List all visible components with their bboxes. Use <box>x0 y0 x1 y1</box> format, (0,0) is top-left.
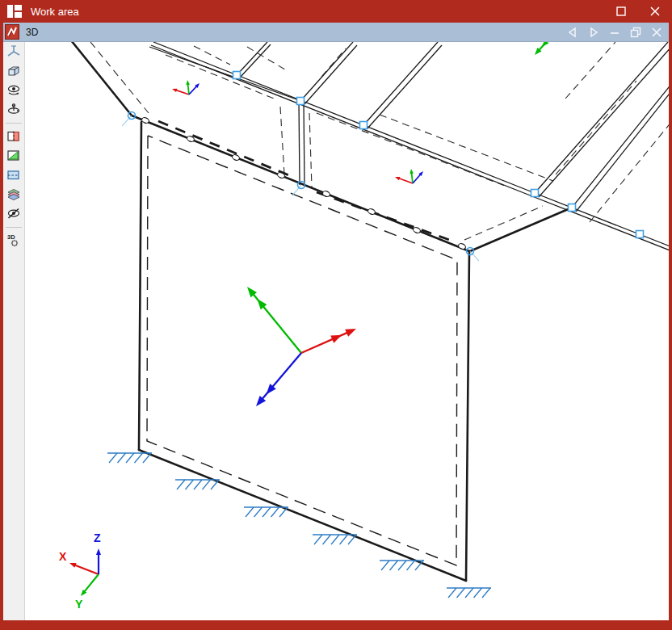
model-line[interactable] <box>240 44 271 78</box>
model-line[interactable] <box>368 45 442 128</box>
layers-icon <box>6 187 21 202</box>
maximize-icon <box>616 6 626 16</box>
node-markers[interactable] <box>122 72 644 262</box>
model-line[interactable] <box>363 42 438 125</box>
support-hatch <box>465 588 473 598</box>
cube-icon <box>6 64 21 78</box>
model-line[interactable] <box>194 46 230 65</box>
model-line[interactable] <box>237 42 267 75</box>
model-lines[interactable] <box>71 42 669 581</box>
support-hatch <box>135 453 143 463</box>
axes-triad <box>247 287 356 406</box>
model-line[interactable] <box>317 113 509 187</box>
close-icon <box>650 6 660 16</box>
support-hatch <box>246 507 254 517</box>
support-hatch <box>118 453 126 463</box>
eye-off-icon <box>6 207 21 221</box>
node-marker-square[interactable] <box>531 190 539 197</box>
node-marker-square[interactable] <box>233 72 241 79</box>
model-line[interactable] <box>464 206 543 240</box>
support-hatch <box>398 561 406 570</box>
line-hinge-symbol[interactable] <box>232 153 241 161</box>
axis-label-z: Z <box>94 531 101 544</box>
view-title: 3D <box>26 27 38 38</box>
model-line[interactable] <box>299 101 300 185</box>
minimize-view-button[interactable] <box>604 23 625 41</box>
node-tick <box>122 116 132 126</box>
node-marker-square[interactable] <box>569 204 576 212</box>
window-controls <box>604 0 672 23</box>
titlebar[interactable]: Work area <box>0 0 672 23</box>
axes-triad <box>172 80 200 94</box>
support-hatch <box>177 480 185 489</box>
model-line[interactable] <box>153 42 535 193</box>
tool-show-rendering[interactable] <box>3 61 24 81</box>
restore-view-button[interactable] <box>625 23 646 41</box>
model-line[interactable] <box>309 113 312 187</box>
restore-icon <box>630 27 641 38</box>
model-line[interactable] <box>139 450 466 581</box>
model-line[interactable] <box>470 208 572 251</box>
tool-isometric-view[interactable] <box>3 42 24 61</box>
model-line[interactable] <box>139 122 141 450</box>
tool-section-plane[interactable] <box>3 127 24 146</box>
global-axes: XYZ <box>59 531 101 611</box>
model-line[interactable] <box>304 45 357 104</box>
model-line[interactable] <box>280 107 284 174</box>
model-line[interactable] <box>304 103 304 187</box>
model-line[interactable] <box>572 83 669 208</box>
support-hatch <box>323 535 331 544</box>
toolbar-separator <box>6 123 22 124</box>
model-line[interactable] <box>166 55 278 100</box>
tool-hide-objects[interactable] <box>3 204 24 224</box>
orbit-icon <box>6 103 21 117</box>
gear-3d-icon: 3D <box>6 233 21 248</box>
tool-rotate-view[interactable] <box>3 100 24 120</box>
node-marker-square[interactable] <box>297 98 304 105</box>
tool-view-mode[interactable] <box>3 81 24 100</box>
model-line[interactable] <box>71 42 132 116</box>
model-line[interactable] <box>158 121 291 176</box>
model-line[interactable] <box>466 251 469 581</box>
load-arrow[interactable] <box>535 42 549 55</box>
close-button[interactable] <box>638 0 672 23</box>
toolbar-separator <box>6 227 22 228</box>
model-line[interactable] <box>247 47 288 71</box>
maximize-button[interactable] <box>604 0 638 23</box>
model-line[interactable] <box>565 42 615 99</box>
support-hatch <box>203 480 211 489</box>
model-line[interactable] <box>539 46 669 197</box>
model-line[interactable] <box>532 196 669 251</box>
model-line[interactable] <box>300 42 353 101</box>
viewport-canvas[interactable]: XYZ <box>25 42 669 620</box>
line-hinge-symbol[interactable] <box>322 190 331 197</box>
model-line[interactable] <box>90 42 149 113</box>
close-icon <box>651 27 662 38</box>
node-marker-square[interactable] <box>636 231 644 238</box>
tool-work-plane[interactable] <box>3 166 24 185</box>
tool-3d-settings[interactable]: 3D <box>3 231 24 250</box>
model-line[interactable] <box>576 90 669 212</box>
support-hatch <box>381 561 389 570</box>
support-hatch <box>126 453 134 463</box>
tool-display-properties[interactable] <box>3 146 24 166</box>
support-hatch <box>186 480 194 489</box>
next-view-button[interactable] <box>583 23 604 41</box>
axis-label-x: X <box>59 550 67 563</box>
axes-triad <box>395 169 423 183</box>
model-outline[interactable] <box>147 136 457 565</box>
node-marker-square[interactable] <box>360 122 368 129</box>
model-line[interactable] <box>535 193 669 247</box>
tool-layers[interactable] <box>3 185 24 204</box>
close-view-button[interactable] <box>646 23 667 41</box>
support-hatch <box>390 561 398 570</box>
model-line[interactable] <box>556 81 636 174</box>
panel-dashed-icon <box>6 168 21 183</box>
view-tabbar[interactable]: 3D <box>3 23 669 42</box>
nodal-supports[interactable] <box>107 453 491 598</box>
3d-view-icon <box>5 24 19 40</box>
support-hatch <box>331 535 339 544</box>
support-hatch <box>474 588 482 598</box>
previous-view-button[interactable] <box>562 23 583 41</box>
model-line[interactable] <box>149 47 299 100</box>
